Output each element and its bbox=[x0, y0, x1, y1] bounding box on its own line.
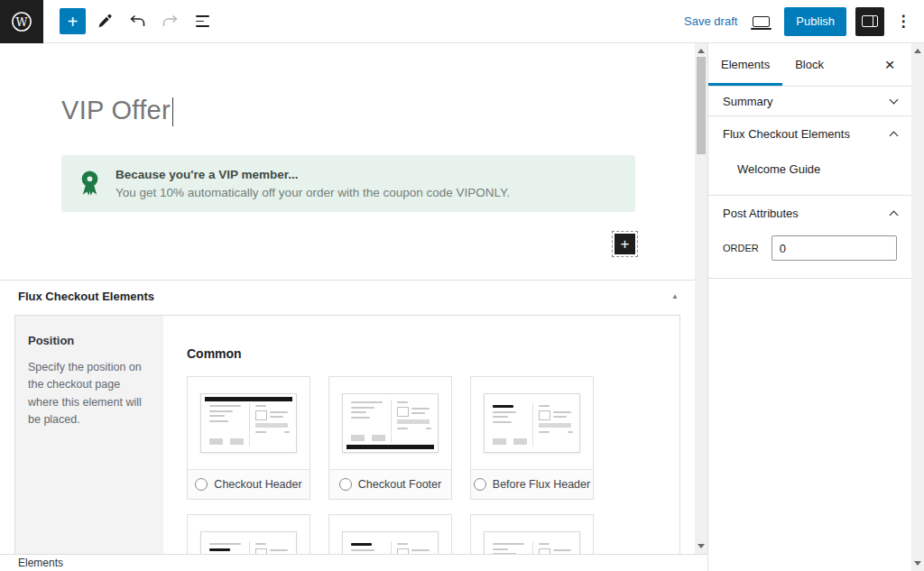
thumbnail-area bbox=[471, 515, 593, 554]
option-card-partial[interactable] bbox=[328, 514, 452, 554]
flux-panel-header[interactable]: Flux Checkout Elements bbox=[708, 116, 911, 151]
close-sidebar-button[interactable]: × bbox=[875, 51, 904, 79]
thumbnail-area bbox=[188, 377, 310, 469]
post-title-text: VIP Offer bbox=[61, 96, 171, 124]
sidebar-panel-icon bbox=[862, 15, 878, 27]
option-label: Checkout Footer bbox=[358, 478, 441, 491]
add-block-button[interactable]: + bbox=[614, 234, 635, 254]
options-menu-button[interactable]: ⋮ bbox=[893, 7, 913, 36]
scroll-down-arrow[interactable] bbox=[914, 561, 921, 566]
plus-icon: + bbox=[68, 13, 79, 31]
summary-panel: Summary bbox=[708, 87, 911, 116]
option-card-checkout-footer[interactable]: Checkout Footer bbox=[328, 376, 452, 500]
collapse-triangle-icon[interactable]: ▲ bbox=[671, 292, 679, 300]
editor-toolbar: W + Save draft Publi bbox=[0, 0, 924, 43]
thumbnail-area bbox=[471, 377, 593, 469]
status-bar: Elements bbox=[0, 554, 707, 571]
position-description: Specify the position on the checkout pag… bbox=[28, 359, 151, 429]
order-field-label: ORDER bbox=[723, 243, 759, 253]
radio-before-flux-header[interactable] bbox=[474, 478, 486, 491]
list-view-button[interactable] bbox=[189, 6, 216, 37]
thumbnail-area bbox=[329, 515, 451, 554]
chevron-up-icon bbox=[890, 131, 899, 140]
redo-button[interactable] bbox=[156, 6, 183, 37]
checkout-layout-thumbnail bbox=[200, 531, 297, 554]
post-attributes-panel: Post Attributes ORDER bbox=[708, 196, 911, 279]
checkout-layout-thumbnail bbox=[342, 393, 439, 453]
radio-checkout-footer[interactable] bbox=[339, 478, 352, 491]
vip-notice-block[interactable]: Because you're a VIP member... You get 1… bbox=[61, 155, 635, 212]
tab-block[interactable]: Block bbox=[782, 43, 836, 86]
block-appender-row: + bbox=[0, 234, 695, 254]
undo-button[interactable] bbox=[124, 6, 151, 37]
tab-elements[interactable]: Elements bbox=[708, 43, 782, 86]
text-cursor bbox=[172, 97, 174, 126]
list-view-icon bbox=[196, 15, 209, 26]
scroll-down-arrow[interactable] bbox=[698, 544, 705, 548]
pencil-icon bbox=[97, 14, 113, 29]
option-card-checkout-header[interactable]: Checkout Header bbox=[187, 376, 310, 500]
save-draft-button[interactable]: Save draft bbox=[684, 14, 737, 28]
order-field-row: ORDER bbox=[708, 230, 911, 278]
scrollbar-thumb[interactable] bbox=[697, 57, 706, 154]
option-card-partial[interactable] bbox=[470, 514, 594, 554]
post-attributes-title: Post Attributes bbox=[723, 207, 799, 220]
toolbar-left-group: + bbox=[43, 6, 216, 37]
option-label: Checkout Header bbox=[214, 478, 301, 491]
notice-heading: Because you're a VIP member... bbox=[116, 168, 510, 181]
position-options-row-2 bbox=[187, 514, 656, 554]
checkout-layout-thumbnail bbox=[342, 531, 439, 554]
post-attributes-header[interactable]: Post Attributes bbox=[708, 196, 911, 230]
common-group-heading: Common bbox=[187, 346, 656, 361]
preview-button[interactable] bbox=[746, 7, 775, 36]
canvas-scrollbar[interactable] bbox=[695, 43, 707, 554]
checkout-layout-thumbnail bbox=[484, 531, 580, 554]
position-heading: Position bbox=[28, 334, 151, 347]
option-card-before-flux-header[interactable]: Before Flux Header bbox=[470, 376, 594, 500]
block-inserter-button[interactable]: + bbox=[60, 8, 86, 34]
summary-panel-header[interactable]: Summary bbox=[708, 87, 911, 115]
undo-icon bbox=[129, 14, 146, 28]
status-label: Elements bbox=[18, 557, 63, 569]
scroll-up-arrow[interactable] bbox=[914, 49, 921, 53]
checkout-layout-thumbnail bbox=[200, 393, 297, 453]
settings-sidebar-toggle[interactable] bbox=[855, 7, 884, 36]
flux-panel-title: Flux Checkout Elements bbox=[723, 127, 850, 141]
option-label-row: Checkout Header bbox=[188, 469, 310, 499]
thumbnail-area bbox=[188, 515, 310, 554]
publish-button[interactable]: Publish bbox=[784, 7, 846, 36]
position-description-panel: Position Specify the position on the che… bbox=[15, 316, 163, 554]
wordpress-logo-icon: W bbox=[11, 11, 32, 32]
sidebar-tabs: Elements Block × bbox=[708, 43, 911, 87]
toolbar-right-group: Save draft Publish ⋮ bbox=[684, 7, 924, 36]
window-scrollbar[interactable] bbox=[911, 43, 924, 571]
metabox-handle[interactable]: Flux Checkout Elements ▲ bbox=[0, 281, 695, 310]
kebab-icon: ⋮ bbox=[896, 12, 911, 31]
preview-device-icon bbox=[753, 16, 770, 27]
order-input[interactable] bbox=[772, 235, 897, 261]
option-label-row: Before Flux Header bbox=[471, 469, 593, 499]
option-label-row: Checkout Footer bbox=[329, 469, 451, 499]
post-title-field[interactable]: VIP Offer bbox=[61, 92, 633, 128]
plus-icon: + bbox=[621, 235, 630, 253]
wordpress-logo-button[interactable]: W bbox=[0, 0, 43, 43]
checkout-layout-thumbnail bbox=[484, 393, 580, 453]
welcome-guide-item[interactable]: Welcome Guide bbox=[708, 151, 835, 195]
tools-mode-button[interactable] bbox=[91, 6, 118, 37]
radio-checkout-header[interactable] bbox=[195, 478, 208, 491]
notice-body: You get 10% automatically off your order… bbox=[116, 186, 510, 199]
metabox-title: Flux Checkout Elements bbox=[18, 290, 154, 303]
option-card-partial[interactable] bbox=[187, 514, 310, 554]
settings-sidebar: Elements Block × Summary Flux Checkout E… bbox=[707, 43, 911, 571]
chevron-up-icon bbox=[890, 210, 899, 219]
chevron-down-icon bbox=[890, 96, 899, 105]
award-ribbon-icon bbox=[78, 170, 102, 198]
flux-elements-metabox: Position Specify the position on the che… bbox=[14, 315, 680, 554]
flux-checkout-elements-panel: Flux Checkout Elements Welcome Guide bbox=[708, 116, 911, 196]
scroll-up-arrow[interactable] bbox=[698, 49, 705, 53]
close-icon: × bbox=[884, 55, 894, 75]
summary-panel-title: Summary bbox=[723, 95, 773, 108]
option-label: Before Flux Header bbox=[493, 478, 590, 491]
thumbnail-area bbox=[329, 377, 451, 469]
editor-canvas: VIP Offer Because you're a VIP member...… bbox=[0, 43, 695, 554]
